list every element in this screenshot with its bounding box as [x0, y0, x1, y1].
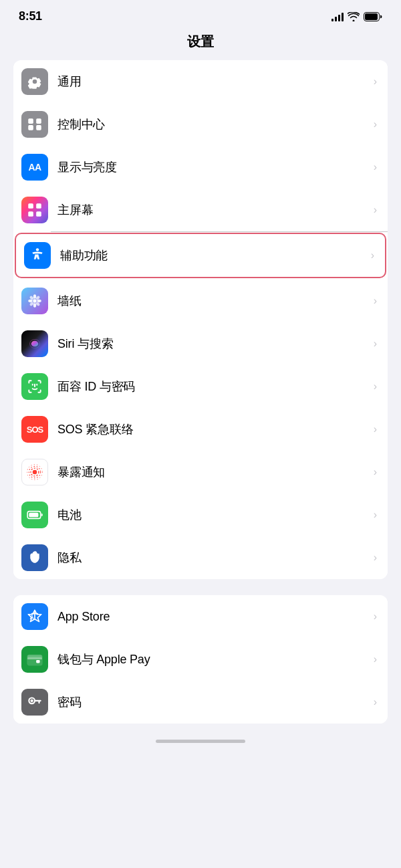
accessibility-icon-wrap [24, 242, 51, 269]
wallpaper-label: 墙纸 [57, 293, 371, 309]
settings-row-siri[interactable]: Siri 与搜索 › [13, 322, 388, 365]
control-center-icon-wrap [21, 111, 48, 138]
home-indicator [156, 740, 245, 743]
battery-settings-icon [26, 506, 43, 524]
wallet-icon [26, 651, 43, 668]
svg-rect-25 [29, 513, 38, 518]
svg-point-13 [33, 303, 36, 308]
accessibility-label: 辅助功能 [60, 247, 368, 263]
settings-row-face-id[interactable]: 面容 ID 与密码 › [13, 365, 388, 408]
settings-row-wallpaper[interactable]: 墙纸 › [13, 280, 388, 322]
settings-row-passwords[interactable]: 密码 › [13, 681, 388, 724]
passwords-label: 密码 [57, 694, 371, 710]
svg-rect-7 [36, 203, 41, 209]
general-chevron: › [374, 76, 377, 88]
svg-point-14 [28, 300, 33, 302]
general-label: 通用 [57, 74, 371, 90]
privacy-icon-wrap [21, 544, 48, 571]
exposure-label: 暴露通知 [57, 464, 371, 480]
control-center-label: 控制中心 [57, 116, 371, 132]
settings-row-appstore[interactable]: A App Store › [13, 595, 388, 638]
settings-row-sos[interactable]: SOS SOS 紧急联络 › [13, 408, 388, 451]
passwords-chevron: › [374, 696, 377, 708]
svg-rect-8 [28, 211, 33, 217]
settings-row-accessibility[interactable]: 辅助功能 › [15, 233, 386, 278]
status-time: 8:51 [19, 9, 42, 23]
appstore-chevron: › [374, 611, 377, 623]
section-2: A App Store › 钱包与 Apple Pay › 密码 [13, 595, 388, 724]
settings-row-display[interactable]: AA 显示与亮度 › [13, 146, 388, 189]
svg-rect-9 [36, 211, 41, 217]
svg-rect-4 [28, 125, 33, 130]
toggle-icon [26, 116, 43, 133]
general-icon-wrap [21, 68, 48, 95]
passwords-icon-wrap [21, 689, 48, 716]
svg-point-15 [37, 300, 41, 302]
face-id-chevron: › [374, 381, 377, 393]
wifi-icon [348, 12, 360, 21]
svg-rect-2 [28, 118, 33, 124]
wallet-chevron: › [374, 653, 377, 665]
face-id-label: 面容 ID 与密码 [57, 378, 371, 395]
battery-settings-icon-wrap [21, 502, 48, 528]
settings-row-control-center[interactable]: 控制中心 › [13, 103, 388, 146]
settings-row-home-screen[interactable]: 主屏幕 › [13, 189, 388, 231]
sos-icon-wrap: SOS [21, 416, 48, 443]
key-icon [26, 693, 43, 711]
accessibility-chevron: › [371, 249, 374, 261]
display-label: 显示与亮度 [57, 159, 371, 175]
exposure-icon [26, 463, 43, 481]
section-1: 通用 › 控制中心 › AA 显示与亮度 › [13, 60, 388, 579]
battery-label: 电池 [57, 507, 371, 523]
svg-text:A: A [29, 614, 34, 621]
display-icon-wrap: AA [21, 154, 48, 181]
svg-point-32 [31, 699, 33, 702]
home-screen-icon-wrap [21, 197, 48, 223]
appstore-icon-wrap: A [21, 603, 48, 630]
page-title-bar: 设置 [0, 29, 401, 60]
siri-chevron: › [374, 338, 377, 350]
appstore-label: App Store [57, 610, 371, 624]
sos-chevron: › [374, 423, 377, 435]
face-id-icon-wrap [21, 373, 48, 400]
svg-rect-3 [36, 118, 41, 124]
svg-rect-6 [28, 203, 33, 209]
home-screen-label: 主屏幕 [57, 202, 371, 218]
siri-icon-wrap [21, 330, 48, 357]
grid-icon [26, 201, 43, 219]
appstore-icon: A [26, 608, 43, 625]
page-title: 设置 [187, 34, 213, 49]
svg-point-12 [33, 294, 36, 299]
gear-icon [26, 73, 43, 90]
face-id-icon [26, 378, 43, 395]
svg-point-20 [33, 470, 37, 475]
wallpaper-chevron: › [374, 295, 377, 307]
hand-icon [26, 549, 43, 566]
svg-rect-30 [27, 655, 42, 657]
battery-icon [364, 12, 382, 21]
siri-icon [26, 335, 43, 352]
svg-point-10 [36, 248, 39, 251]
wallet-icon-wrap [21, 646, 48, 673]
settings-row-battery[interactable]: 电池 › [13, 494, 388, 536]
svg-point-11 [33, 299, 36, 302]
settings-row-privacy[interactable]: 隐私 › [13, 536, 388, 579]
svg-rect-1 [365, 13, 378, 20]
aa-icon: AA [28, 162, 41, 173]
svg-rect-29 [36, 660, 39, 663]
control-center-chevron: › [374, 118, 377, 130]
exposure-icon-wrap [21, 459, 48, 485]
home-screen-chevron: › [374, 204, 377, 216]
privacy-chevron: › [374, 552, 377, 564]
signal-icon [331, 12, 344, 21]
wallet-label: 钱包与 Apple Pay [57, 651, 371, 667]
status-icons [331, 12, 382, 21]
flower-icon [26, 292, 43, 310]
svg-rect-5 [36, 125, 41, 130]
settings-row-wallet[interactable]: 钱包与 Apple Pay › [13, 638, 388, 681]
svg-rect-28 [27, 657, 42, 659]
status-bar: 8:51 [0, 0, 401, 29]
sos-icon: SOS [27, 425, 43, 435]
settings-row-exposure[interactable]: 暴露通知 › [13, 451, 388, 494]
settings-row-general[interactable]: 通用 › [13, 60, 388, 103]
